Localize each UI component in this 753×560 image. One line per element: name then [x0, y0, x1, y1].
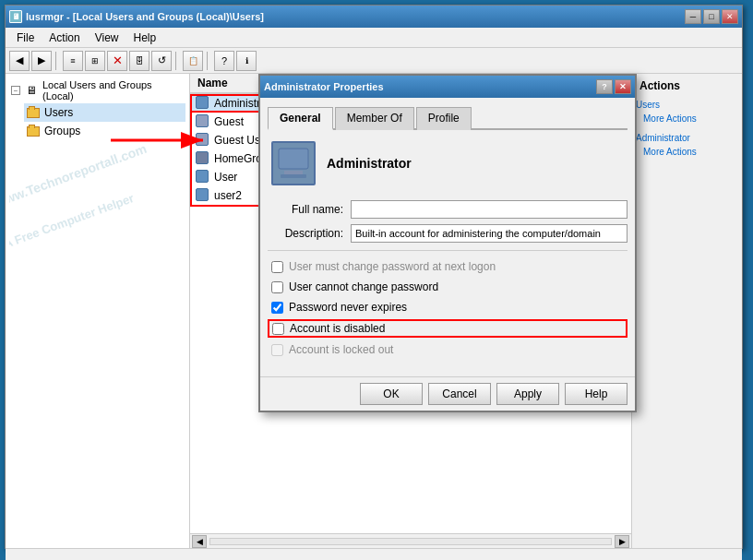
fullname-row: Full name: [268, 200, 628, 219]
description-row: Description: [268, 224, 628, 243]
tree-item-groups-label: Groups [44, 125, 80, 137]
refresh-button[interactable]: ↺ [151, 51, 172, 71]
show-icons-button[interactable]: ⊞ [85, 51, 105, 71]
cancel-button[interactable]: Cancel [428, 383, 491, 405]
scroll-left-btn[interactable]: ◀ [192, 535, 207, 548]
properties-button[interactable]: 🗄 [129, 51, 149, 71]
user-info-section: Administrator [268, 137, 628, 189]
help-button[interactable]: ? [214, 51, 234, 71]
dialog-content: General Member Of Profile Administrator … [260, 98, 635, 369]
user-icon-guest [196, 114, 210, 129]
help-dialog-button[interactable]: Help [565, 383, 628, 405]
delete-button[interactable]: ✕ [107, 51, 127, 71]
window-title: lusrmgr - [Local Users and Groups (Local… [26, 11, 264, 22]
users-folder-icon [26, 105, 41, 120]
fullname-input[interactable] [351, 200, 628, 219]
must-change-checkbox[interactable] [271, 261, 283, 273]
dialog-tabs: General Member Of Profile [268, 105, 628, 130]
toolbar-separator-2 [175, 52, 179, 70]
dialog-close-button[interactable]: ✕ [615, 79, 631, 94]
description-label: Description: [268, 227, 351, 240]
close-button[interactable]: ✕ [722, 9, 738, 24]
tree-item-users[interactable]: Users [24, 103, 185, 122]
about-button[interactable]: ℹ [236, 51, 257, 71]
actions-panel: Actions Users More Actions Administrator… [631, 74, 742, 548]
checkbox-never-expires: Password never expires [268, 299, 628, 316]
checkbox-cannot-change: User cannot change password [268, 279, 628, 295]
minimize-button[interactable]: ─ [685, 9, 701, 24]
administrator-properties-dialog: Administrator Properties ? ✕ General Mem… [258, 74, 637, 412]
menu-help[interactable]: Help [126, 30, 164, 46]
actions-more-admin[interactable]: More Actions [643, 145, 738, 159]
user-icon-user2 [196, 188, 210, 203]
checkbox-must-change: User must change password at next logon [268, 258, 628, 275]
toolbar: ◀ ▶ ≡ ⊞ ✕ 🗄 ↺ 📋 ? ℹ [6, 48, 742, 74]
toolbar-separator-3 [207, 52, 210, 70]
scroll-right-btn[interactable]: ▶ [615, 535, 629, 548]
actions-more-users[interactable]: More Actions [643, 112, 738, 125]
maximize-button[interactable]: □ [703, 9, 720, 24]
dialog-title-bar: Administrator Properties ? ✕ [260, 76, 635, 98]
description-input[interactable] [351, 224, 628, 243]
forward-button[interactable]: ▶ [31, 51, 52, 71]
actions-header: Actions [636, 77, 738, 94]
user-icon-administrator [196, 96, 210, 111]
computer-icon: 🖥 [24, 83, 39, 98]
app-icon: 🖥 [9, 10, 22, 23]
watermark-line1: www.Technoreportall.com [9, 141, 149, 209]
horizontal-scrollbar[interactable]: ◀ ▶ [190, 533, 631, 548]
dialog-help-btn[interactable]: ? [596, 79, 613, 94]
checkbox-is-disabled: Account is disabled [268, 319, 628, 338]
user-icon-guestuser [196, 133, 210, 148]
tree-item-users-label: Users [44, 106, 73, 119]
actions-item-users[interactable]: Users [636, 98, 738, 112]
tree-item-groups[interactable]: Groups [24, 122, 185, 140]
svg-rect-3 [284, 171, 303, 174]
tree-root[interactable]: − 🖥 Local Users and Groups (Local) [9, 77, 185, 103]
ok-button[interactable]: OK [360, 383, 423, 405]
back-button[interactable]: ◀ [9, 51, 30, 71]
title-bar: 🖥 lusrmgr - [Local Users and Groups (Loc… [6, 6, 742, 28]
locked-out-label: Account is locked out [289, 343, 393, 356]
tab-general[interactable]: General [268, 107, 333, 130]
watermark-line2: A Free Computer Helper [9, 191, 136, 251]
actions-item-administrator[interactable]: Administrator [636, 131, 738, 145]
tab-member-of[interactable]: Member Of [335, 107, 414, 130]
never-expires-checkbox[interactable] [271, 302, 283, 314]
svg-rect-2 [279, 149, 308, 169]
user-icon-homegroup [196, 151, 210, 166]
is-disabled-checkbox[interactable] [272, 323, 284, 335]
must-change-label: User must change password at next logon [289, 260, 496, 273]
never-expires-label: Password never expires [289, 301, 407, 314]
menu-view[interactable]: View [88, 30, 126, 46]
user-avatar-large [271, 141, 316, 185]
scroll-track [209, 538, 612, 545]
menu-file[interactable]: File [9, 30, 42, 46]
title-bar-buttons: ─ □ ✕ [685, 9, 738, 24]
groups-folder-icon [26, 124, 41, 138]
tab-profile[interactable]: Profile [416, 107, 472, 130]
tree-root-label: Local Users and Groups (Local) [42, 79, 184, 101]
locked-out-checkbox[interactable] [271, 344, 283, 356]
fullname-label: Full name: [268, 203, 351, 216]
svg-rect-4 [281, 174, 306, 178]
toolbar-separator-1 [55, 52, 59, 70]
is-disabled-label: Account is disabled [290, 322, 385, 335]
show-list-button[interactable]: ≡ [63, 51, 83, 71]
menu-bar: File Action View Help [6, 28, 742, 48]
dialog-footer: OK Cancel Apply Help [260, 376, 635, 411]
user-display-name: Administrator [327, 156, 412, 171]
cannot-change-label: User cannot change password [289, 280, 438, 293]
apply-button[interactable]: Apply [496, 383, 559, 405]
menu-action[interactable]: Action [42, 30, 87, 46]
dialog-title: Administrator Properties [264, 81, 384, 92]
status-bar [6, 548, 742, 560]
tree-expand-root[interactable]: − [11, 86, 20, 95]
user-icon-user [196, 170, 210, 185]
export-button[interactable]: 📋 [183, 51, 203, 71]
form-separator [268, 250, 628, 251]
checkbox-locked-out: Account is locked out [268, 341, 628, 358]
tree-panel: − 🖥 Local Users and Groups (Local) Users… [6, 74, 190, 548]
cannot-change-checkbox[interactable] [271, 281, 283, 293]
